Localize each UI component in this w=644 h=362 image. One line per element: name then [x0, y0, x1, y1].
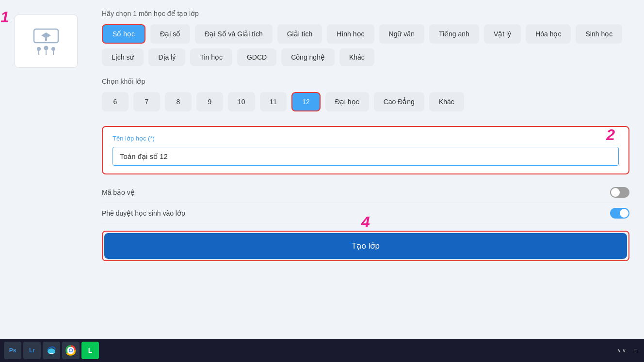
- phe-duyet-label: Phê duyệt học sinh vào lớp: [102, 209, 185, 217]
- subject-btn-ngu-van[interactable]: Ngữ văn: [379, 24, 424, 44]
- subject-btn-cong-nghe[interactable]: Công nghệ: [281, 48, 335, 66]
- grade-section-label: Chọn khối lớp: [102, 78, 629, 85]
- class-name-label: Tên lớp học (*): [113, 135, 619, 142]
- class-icon-card: 1: [15, 15, 78, 68]
- grade-btn-10[interactable]: 10: [228, 92, 255, 111]
- grade-btn-7[interactable]: 7: [133, 92, 160, 111]
- grade-btn-12[interactable]: 12: [291, 92, 321, 111]
- svg-point-13: [70, 349, 72, 352]
- svg-point-7: [51, 47, 55, 51]
- ma-bao-ve-row: Mã bảo vệ: [102, 182, 629, 203]
- create-class-button[interactable]: Tạo lớp: [104, 233, 627, 259]
- grade-btn-cao-dang[interactable]: Cao Đẳng: [374, 92, 424, 111]
- phe-duyet-toggle[interactable]: [610, 208, 629, 219]
- taskbar: Ps Lr L ∧ ∨ □: [0, 339, 644, 362]
- grade-btn-9[interactable]: 9: [196, 92, 223, 111]
- grades-grid: 6789101112Đại họcCao ĐẳngKhác: [102, 92, 629, 111]
- taskbar-system-tray: ∧ ∨ □: [614, 347, 640, 354]
- taskbar-time: □: [631, 347, 640, 353]
- subject-btn-tin-hoc[interactable]: Tin học: [190, 48, 232, 66]
- taskbar-arrows: ∧ ∨: [614, 347, 629, 354]
- grade-btn-8[interactable]: 8: [165, 92, 192, 111]
- taskbar-chrome[interactable]: [62, 342, 80, 359]
- subject-btn-giai-tich[interactable]: Giải tích: [277, 24, 322, 44]
- taskbar-edge[interactable]: [43, 342, 60, 359]
- svg-point-5: [44, 46, 48, 50]
- ma-bao-ve-toggle[interactable]: [610, 187, 629, 198]
- subject-btn-dai-so-giai-tich[interactable]: Đại Số và Giải tích: [195, 24, 273, 44]
- svg-marker-1: [41, 32, 51, 38]
- grade-btn-11[interactable]: 11: [260, 92, 287, 111]
- svg-rect-2: [45, 38, 47, 41]
- ma-bao-ve-label: Mã bảo vệ: [102, 189, 135, 196]
- subject-btn-dai-so[interactable]: Đại số: [150, 24, 190, 44]
- subject-btn-lich-su[interactable]: Lịch sử: [102, 48, 144, 66]
- subject-btn-dia-ly[interactable]: Địa lý: [148, 48, 185, 66]
- annotation-1: 1: [0, 8, 9, 26]
- classroom-icon: [29, 27, 63, 56]
- taskbar-lightroom[interactable]: Lr: [23, 342, 41, 359]
- subject-btn-so-hoc[interactable]: Số học: [102, 24, 145, 44]
- subject-btn-vat-ly[interactable]: Vật lý: [484, 24, 521, 44]
- grade-btn-6[interactable]: 6: [102, 92, 129, 111]
- subject-btn-khac-subject[interactable]: Khác: [339, 48, 374, 66]
- subject-btn-gdcd[interactable]: GDCD: [237, 48, 276, 66]
- class-name-section: 3 Tên lớp học (*): [102, 126, 629, 174]
- subject-btn-hoa-hoc[interactable]: Hóa học: [526, 24, 571, 44]
- subject-btn-tieng-anh[interactable]: Tiếng anh: [429, 24, 479, 44]
- class-name-input[interactable]: [113, 147, 619, 166]
- grade-btn-khac-grade[interactable]: Khác: [429, 92, 464, 111]
- taskbar-line[interactable]: L: [81, 342, 99, 359]
- grade-btn-dai-hoc[interactable]: Đại học: [325, 92, 369, 111]
- subjects-grid: Số họcĐại sốĐại Số và Giải tíchGiải tích…: [102, 24, 629, 66]
- instruction-text: Hãy chọn 1 môn học để tạo lớp: [102, 10, 629, 17]
- subject-btn-sinh-hoc[interactable]: Sinh học: [576, 24, 622, 44]
- taskbar-photoshop[interactable]: Ps: [4, 342, 21, 359]
- subject-btn-hinh-hoc[interactable]: Hình học: [327, 24, 374, 44]
- phe-duyet-row: Phê duyệt học sinh vào lớp: [102, 203, 629, 224]
- svg-point-3: [37, 47, 41, 51]
